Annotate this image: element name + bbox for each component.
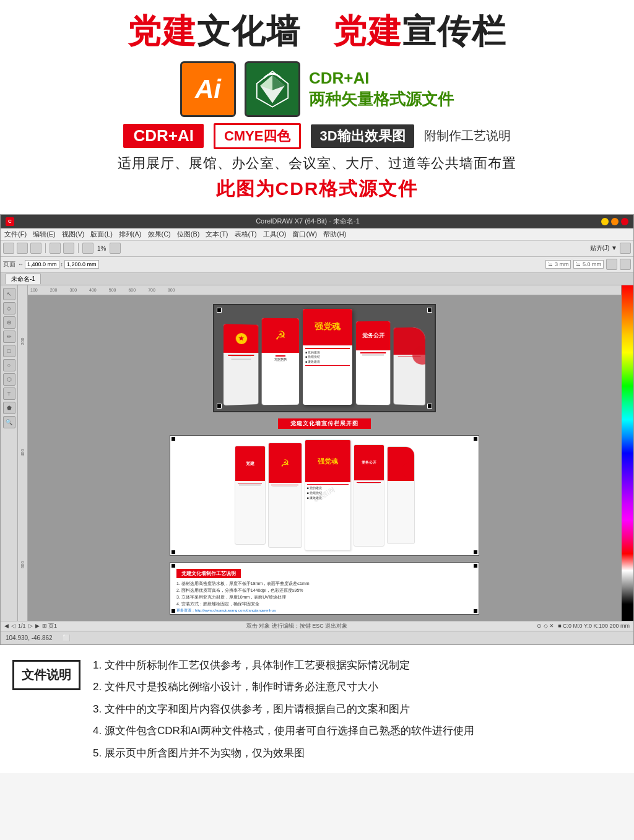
ruler-horizontal: 100 200 300 400 500 600 700 800 [28,285,621,295]
page-label: 页面 [3,260,15,269]
handle-br [427,404,432,409]
menu-help[interactable]: 帮助(H) [323,230,346,239]
red-divider-label: 党建文化墙宣传栏展开图 [278,418,371,429]
tool-eyedropper[interactable]: 🔍 [3,416,15,428]
tool-shape[interactable]: □ [3,345,15,357]
title-part1-red: 党建 [128,12,197,50]
3d-card-3: 党务公开 [356,321,390,405]
color-indicator: ■ C:0 M:0 Y:0 K:100 200 mm [558,623,630,629]
cdr-menubar: 文件(F) 编辑(E) 视图(V) 版面(L) 排列(A) 效果(C) 位图(B… [1,228,633,241]
toolbar-redo[interactable] [63,243,74,254]
menu-file[interactable]: 文件(F) [4,230,27,239]
cdr-toolbar-1: 1% 贴齐(J) ▼ [1,241,633,257]
cdr-titlebar: C CorelDRAW X7 (64-Bit) - 未命名-1 [1,215,633,228]
flat-card-3: 党务公开 [354,444,384,547]
page-next[interactable]: ▶ [35,623,40,629]
ruler-vertical: 200 400 600 [18,285,28,621]
flat-card-emblem: ☭ [268,443,302,548]
tag-cmyk: CMYE四色 [214,123,302,149]
cdr-toolbar-2: 页面 ↔ 1,400.0 mm ↕ 1,200.0 mm ≒ 3 mm ≒ 5.… [1,257,633,273]
menu-view[interactable]: 视图(V) [62,230,85,239]
flat-layout: 党建 ☭ [170,436,479,555]
3d-mockup: ★ ☭ [214,305,435,411]
toolbar-align[interactable] [620,259,631,270]
file-desc-label: 文件说明 [12,660,80,690]
menu-table[interactable]: 表格(T) [235,230,257,239]
menu-tools[interactable]: 工具(O) [263,230,287,239]
file-desc-item-4: 4. 源文件包含CDR和AI两种文件格式，使用者可自行选择自己熟悉的软件进行使用 [93,723,474,739]
tab-unnamed[interactable]: 未命名-1 [6,274,41,284]
toolbar-divider2 [78,243,79,253]
doc-handle-bl [172,609,175,613]
toolbar-zoom-in[interactable] [82,243,93,254]
toolbar-divider [45,243,46,253]
dimension-inputs: ↔ 1,400.0 mm ↕ 1,200.0 mm [18,260,99,269]
ai-label: Ai [195,74,221,104]
toolbar-zoom-out[interactable] [110,243,121,254]
tool-zoom[interactable]: ⊕ [3,316,15,329]
width-input[interactable]: 1,400.0 mm [25,260,59,269]
subtitle-text: 适用展厅、展馆、办公室、会议室、大厅、过道等公共墙面布置 [12,154,622,173]
toolbar-new[interactable] [3,243,14,254]
menu-effects[interactable]: 效果(C) [148,230,171,239]
page-last[interactable]: ▷ [28,623,33,629]
tool-ellipse[interactable]: ○ [3,359,15,371]
format-text-block: CDR+AI 两种矢量格式源文件 [309,68,454,110]
doc-handle-tr [474,564,477,568]
canvas-light-flat: 党建 ☭ [170,435,479,556]
cdr-logo-svg [250,67,295,111]
toolbar-grid[interactable] [620,243,631,254]
toolbar-open[interactable] [17,243,28,254]
color-palette[interactable] [621,285,633,621]
snap-icons: ⊙ ◇ ✕ [537,623,554,629]
file-desc-item-1: 1. 文件中所标制作工艺仅供参考，具体制作工艺要根据实际情况制定 [93,657,474,673]
doc-handle-tl [172,564,175,568]
zoom-level: 1% [97,245,106,252]
page-title: 党建文化墙 党建宣传栏 [12,11,622,51]
flat-card-main: 强党魂 ■ 党的建设 ■ 党规党纪 ■ 廉政建设 [305,439,351,551]
ai-icon: Ai [180,61,236,117]
canvas-text-doc: 党建文化墙制作工艺说明 1. 基材选用高密度防水板，厚度不低于18mm，表面平整… [170,562,479,615]
title-part1-black: 文化墙 [197,12,301,50]
title-part2-red: 党建 [333,12,402,50]
handle-tr [427,308,432,313]
tool-polygon[interactable]: ⬡ [3,373,15,386]
bottom-section: 文件说明 1. 文件中所标制作工艺仅供参考，具体制作工艺要根据实际情况制定 2.… [0,645,634,774]
toolbar-save[interactable] [30,243,41,254]
restore-btn[interactable] [611,218,619,225]
title-part2-black: 宣传栏 [402,12,506,50]
minimize-btn[interactable] [601,218,609,225]
tags-row: CDR+AI CMYE四色 3D输出效果图 附制作工艺说明 [12,123,622,149]
3d-card-emblem: ☭ 党旗飘飘 [262,318,299,405]
tool-select[interactable]: ↖ [3,288,15,300]
snap-indicator: 贴齐(J) ▼ [590,244,617,253]
file-desc-list: 1. 文件中所标制作工艺仅供参考，具体制作工艺要根据实际情况制定 2. 文件尺寸… [93,657,474,761]
app-icon: C [6,217,14,226]
toolbar-undo[interactable] [50,243,61,254]
tool-node[interactable]: ◇ [3,302,15,314]
status-right: ⊙ ◇ ✕ ■ C:0 M:0 Y:0 K:100 200 mm [537,623,630,629]
menu-arrange[interactable]: 排列(A) [119,230,142,239]
page-prev[interactable]: ◀ [4,623,9,629]
window-controls [601,218,628,225]
3d-card-main: 强党魂 ■ 党的建设 ■ 党规党纪 ■ 廉政建设 [303,309,352,405]
page-first[interactable]: ◁ [11,623,15,629]
tag-cdr-ai: CDR+AI [123,124,204,148]
height-input[interactable]: 1,200.0 mm [64,260,99,269]
tool-fill[interactable]: ⬟ [3,402,15,414]
close-btn[interactable] [621,218,628,225]
file-desc-item-5: 5. 展示页中所含图片并不为实物，仅为效果图 [93,745,474,761]
doc-handle-br [474,609,477,613]
x-coord[interactable]: ≒ 3 mm [545,260,571,269]
tool-text[interactable]: T [3,388,15,400]
cdr-icon [245,61,300,117]
toolbar-lock[interactable] [606,259,617,270]
menu-layout[interactable]: 版面(L) [90,230,112,239]
tool-freehand[interactable]: ✏ [3,331,15,343]
menu-window[interactable]: 窗口(W) [292,230,317,239]
menu-edit[interactable]: 编辑(E) [33,230,56,239]
y-coord[interactable]: ≒ 5.0 mm [573,260,604,269]
tab-bar: 未命名-1 [1,273,633,285]
menu-text[interactable]: 文本(T) [206,230,228,239]
menu-bitmap[interactable]: 位图(B) [177,230,200,239]
